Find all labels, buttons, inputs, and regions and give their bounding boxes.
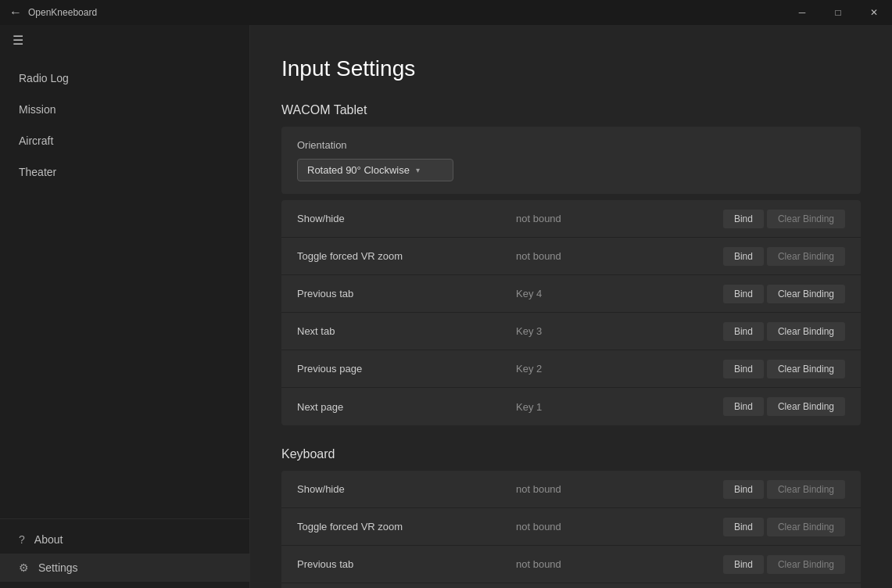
binding-value: Key 2 bbox=[516, 363, 723, 375]
binding-name: Toggle forced VR zoom bbox=[297, 250, 516, 262]
binding-actions: Bind Clear Binding bbox=[723, 360, 845, 378]
sidebar-nav: Radio Log Mission Aircraft Theater bbox=[0, 56, 249, 518]
binding-value: not bound bbox=[516, 250, 723, 262]
clear-binding-button[interactable]: Clear Binding bbox=[767, 322, 845, 341]
bind-button[interactable]: Bind bbox=[723, 397, 764, 416]
sidebar-item-aircraft[interactable]: Aircraft bbox=[0, 125, 249, 156]
binding-value: not bound bbox=[516, 521, 723, 532]
back-icon[interactable]: ← bbox=[9, 5, 22, 20]
bind-button[interactable]: Bind bbox=[723, 322, 764, 341]
table-row: Next tab not bound Bind Clear Binding bbox=[281, 583, 861, 588]
settings-icon: ⚙ bbox=[19, 561, 29, 574]
minimize-button[interactable]: ─ bbox=[784, 0, 820, 25]
keyboard-bindings-card: Show/hide not bound Bind Clear Binding T… bbox=[281, 471, 861, 588]
bind-button[interactable]: Bind bbox=[723, 210, 764, 228]
titlebar-controls: ─ □ ✕ bbox=[784, 0, 892, 25]
binding-value: not bound bbox=[516, 483, 723, 495]
binding-name: Previous tab bbox=[297, 288, 516, 299]
orientation-dropdown[interactable]: Rotated 90° Clockwise ▾ bbox=[297, 159, 453, 181]
orientation-label: Orientation bbox=[297, 139, 845, 151]
binding-actions: Bind Clear Binding bbox=[723, 518, 845, 536]
sidebar-item-about[interactable]: ? About bbox=[0, 525, 249, 554]
sidebar-item-mission[interactable]: Mission bbox=[0, 94, 249, 125]
orientation-value: Rotated 90° Clockwise bbox=[307, 164, 410, 176]
main-layout: ☰ Radio Log Mission Aircraft Theater ? A… bbox=[0, 25, 892, 588]
binding-actions: Bind Clear Binding bbox=[723, 322, 845, 341]
bind-button[interactable]: Bind bbox=[723, 285, 764, 303]
bind-button[interactable]: Bind bbox=[723, 360, 764, 378]
binding-name: Next page bbox=[297, 401, 516, 413]
binding-actions: Bind Clear Binding bbox=[723, 247, 845, 266]
maximize-button[interactable]: □ bbox=[820, 0, 856, 25]
binding-value: not bound bbox=[516, 213, 723, 224]
clear-binding-button[interactable]: Clear Binding bbox=[767, 360, 845, 378]
binding-name: Next tab bbox=[297, 325, 516, 337]
clear-binding-button[interactable]: Clear Binding bbox=[767, 285, 845, 303]
binding-actions: Bind Clear Binding bbox=[723, 397, 845, 416]
sidebar-item-radio-log[interactable]: Radio Log bbox=[0, 63, 249, 94]
clear-binding-button[interactable]: Clear Binding bbox=[767, 210, 845, 228]
bind-button[interactable]: Bind bbox=[723, 555, 764, 574]
clear-binding-button[interactable]: Clear Binding bbox=[767, 555, 845, 574]
bind-button[interactable]: Bind bbox=[723, 518, 764, 536]
sidebar: ☰ Radio Log Mission Aircraft Theater ? A… bbox=[0, 25, 250, 588]
sidebar-item-settings[interactable]: ⚙ Settings bbox=[0, 554, 249, 582]
bind-button[interactable]: Bind bbox=[723, 247, 764, 266]
binding-name: Previous page bbox=[297, 363, 516, 375]
orientation-section: Orientation Rotated 90° Clockwise ▾ bbox=[281, 127, 861, 194]
binding-name: Show/hide bbox=[297, 483, 516, 495]
binding-value: not bound bbox=[516, 558, 723, 570]
table-row: Show/hide not bound Bind Clear Binding bbox=[281, 471, 861, 508]
hamburger-icon[interactable]: ☰ bbox=[13, 34, 23, 47]
binding-actions: Bind Clear Binding bbox=[723, 555, 845, 574]
binding-actions: Bind Clear Binding bbox=[723, 285, 845, 303]
table-row: Next page Key 1 Bind Clear Binding bbox=[281, 388, 861, 425]
close-button[interactable]: ✕ bbox=[856, 0, 892, 25]
titlebar-left: ← OpenKneeboard bbox=[9, 5, 97, 20]
table-row: Toggle forced VR zoom not bound Bind Cle… bbox=[281, 508, 861, 546]
binding-name: Show/hide bbox=[297, 213, 516, 224]
chevron-down-icon: ▾ bbox=[416, 166, 420, 174]
table-row: Previous tab not bound Bind Clear Bindin… bbox=[281, 546, 861, 583]
titlebar: ← OpenKneeboard ─ □ ✕ bbox=[0, 0, 892, 25]
content-area: Input Settings WACOM Tablet Orientation … bbox=[250, 25, 892, 588]
wacom-section-title: WACOM Tablet bbox=[281, 103, 861, 117]
clear-binding-button[interactable]: Clear Binding bbox=[767, 247, 845, 266]
sidebar-bottom: ? About ⚙ Settings bbox=[0, 518, 249, 588]
clear-binding-button[interactable]: Clear Binding bbox=[767, 518, 845, 536]
wacom-bindings-card: Show/hide not bound Bind Clear Binding T… bbox=[281, 200, 861, 425]
clear-binding-button[interactable]: Clear Binding bbox=[767, 480, 845, 499]
clear-binding-button[interactable]: Clear Binding bbox=[767, 397, 845, 416]
sidebar-top: ☰ bbox=[0, 25, 249, 56]
table-row: Previous page Key 2 Bind Clear Binding bbox=[281, 350, 861, 388]
binding-actions: Bind Clear Binding bbox=[723, 480, 845, 499]
binding-name: Toggle forced VR zoom bbox=[297, 521, 516, 532]
binding-actions: Bind Clear Binding bbox=[723, 210, 845, 228]
bind-button[interactable]: Bind bbox=[723, 480, 764, 499]
app-title: OpenKneeboard bbox=[28, 7, 97, 18]
table-row: Toggle forced VR zoom not bound Bind Cle… bbox=[281, 238, 861, 275]
table-row: Next tab Key 3 Bind Clear Binding bbox=[281, 313, 861, 350]
binding-value: Key 3 bbox=[516, 325, 723, 337]
page-title: Input Settings bbox=[281, 56, 861, 81]
sidebar-item-theater[interactable]: Theater bbox=[0, 156, 249, 188]
binding-value: Key 4 bbox=[516, 288, 723, 299]
about-icon: ? bbox=[19, 533, 25, 546]
keyboard-section-title: Keyboard bbox=[281, 447, 861, 461]
binding-name: Previous tab bbox=[297, 558, 516, 570]
table-row: Show/hide not bound Bind Clear Binding bbox=[281, 200, 861, 238]
binding-value: Key 1 bbox=[516, 401, 723, 413]
table-row: Previous tab Key 4 Bind Clear Binding bbox=[281, 275, 861, 313]
